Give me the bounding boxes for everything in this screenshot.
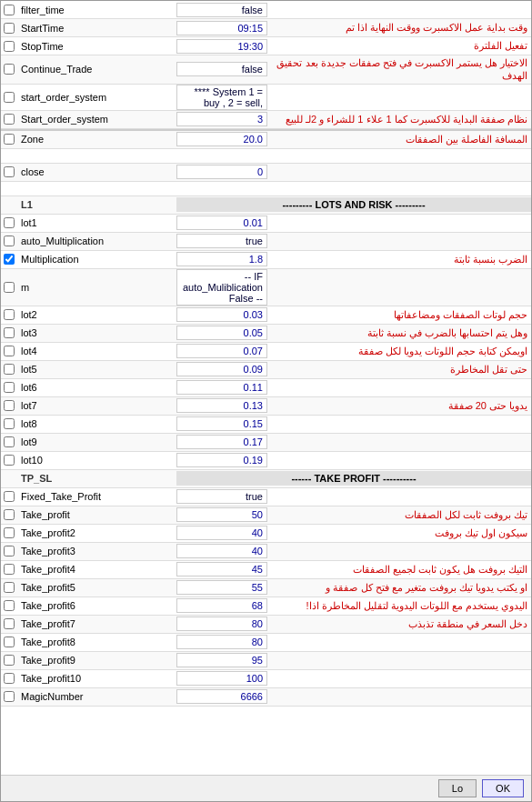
- row-checkbox[interactable]: [4, 166, 15, 177]
- row-checkbox[interactable]: [4, 346, 15, 356]
- param-value[interactable]: 0: [176, 165, 267, 179]
- row-checkbox-cell: [1, 308, 17, 321]
- param-value[interactable]: true: [176, 489, 267, 504]
- param-comment: [267, 677, 531, 679]
- param-value[interactable]: 0.17: [176, 435, 267, 449]
- param-value[interactable]: 45: [176, 562, 267, 576]
- row-checkbox[interactable]: [4, 509, 15, 520]
- row-checkbox[interactable]: [4, 114, 15, 125]
- table-row: Continue_Tradefalseالاختيار هل يستمر الا…: [1, 55, 531, 85]
- param-value[interactable]: 1.8: [176, 252, 267, 266]
- row-checkbox[interactable]: [4, 282, 15, 293]
- row-checkbox[interactable]: [4, 5, 15, 15]
- param-comment: [267, 240, 531, 242]
- row-checkbox[interactable]: [4, 309, 15, 320]
- param-value[interactable]: 50: [176, 507, 267, 522]
- row-checkbox[interactable]: [4, 637, 15, 647]
- param-comment: [267, 222, 531, 224]
- row-checkbox[interactable]: [4, 382, 15, 393]
- param-value[interactable]: 6666: [176, 689, 267, 704]
- param-comment: [267, 96, 531, 98]
- row-checkbox[interactable]: [4, 364, 15, 375]
- param-value[interactable]: 68: [176, 598, 267, 613]
- param-comment: اليدوي يستخدم مع اللوتات اليدوية لتقليل …: [267, 598, 531, 613]
- param-value[interactable]: 0.03: [176, 307, 267, 322]
- row-checkbox[interactable]: [4, 327, 15, 338]
- row-checkbox[interactable]: [4, 582, 15, 593]
- param-name: Take_profit3: [17, 545, 176, 557]
- param-value[interactable]: 0.11: [176, 380, 267, 395]
- param-value[interactable]: 3: [176, 112, 267, 126]
- param-value[interactable]: false: [176, 3, 267, 17]
- row-checkbox-cell: [1, 599, 17, 612]
- table-row: Take_profit445التيك بروفت هل يكون ثابت ل…: [1, 561, 531, 579]
- param-value[interactable]: 0.01: [176, 216, 267, 230]
- params-table: filter_timefalseStartTime09:15وقت بداية …: [1, 1, 531, 775]
- row-checkbox[interactable]: [4, 655, 15, 666]
- param-name: Take_profit6: [17, 599, 176, 612]
- param-comment: [267, 696, 531, 697]
- param-name: lot9: [17, 436, 176, 448]
- param-value[interactable]: **** System 1 = buy , 2 = sell,: [176, 85, 267, 110]
- row-checkbox-cell: [1, 654, 17, 667]
- lo-button[interactable]: Lo: [438, 779, 477, 797]
- ok-button[interactable]: OK: [482, 779, 524, 797]
- row-checkbox[interactable]: [4, 41, 15, 52]
- table-row: Take_profit10100: [1, 670, 531, 688]
- row-checkbox[interactable]: [4, 254, 15, 265]
- param-value[interactable]: 19:30: [176, 39, 267, 54]
- row-checkbox[interactable]: [4, 564, 15, 575]
- row-checkbox[interactable]: [4, 600, 15, 611]
- param-name: Take_profit: [17, 508, 176, 521]
- row-checkbox[interactable]: [4, 673, 15, 684]
- param-value[interactable]: 0.13: [176, 398, 267, 413]
- param-value[interactable]: 100: [176, 671, 267, 686]
- row-checkbox[interactable]: [4, 236, 15, 246]
- row-checkbox[interactable]: [4, 546, 15, 556]
- row-checkbox[interactable]: [4, 455, 15, 466]
- param-value[interactable]: 20.0: [176, 132, 267, 146]
- param-value[interactable]: 0.05: [176, 326, 267, 340]
- table-row: lot90.17: [1, 434, 531, 452]
- table-row: lot10.01: [1, 215, 531, 233]
- param-value[interactable]: 55: [176, 580, 267, 595]
- row-checkbox[interactable]: [4, 64, 15, 75]
- row-checkbox[interactable]: [4, 418, 15, 429]
- param-value[interactable]: false: [176, 62, 267, 76]
- table-row: lot20.03حجم لوتات الصفقات ومضاعفاتها: [1, 306, 531, 325]
- row-checkbox[interactable]: [4, 92, 15, 103]
- param-value[interactable]: 0.09: [176, 362, 267, 376]
- row-checkbox[interactable]: [4, 527, 15, 538]
- row-checkbox-cell: [1, 617, 17, 630]
- row-checkbox-cell: [1, 133, 17, 145]
- param-value[interactable]: 95: [176, 653, 267, 667]
- param-value[interactable]: 0.19: [176, 453, 267, 467]
- param-value[interactable]: 40: [176, 526, 267, 540]
- row-checkbox[interactable]: [4, 491, 15, 502]
- param-name: Continue_Trade: [17, 63, 176, 75]
- table-row: auto_Multiplicationtrue: [1, 233, 531, 251]
- table-row: StartTime09:15وقت بداية عمل الاكسبرت ووق…: [1, 19, 531, 37]
- row-checkbox[interactable]: [4, 23, 15, 34]
- param-value[interactable]: -- IF auto_Muliblication False --: [176, 269, 267, 306]
- param-value[interactable]: 0.07: [176, 344, 267, 358]
- row-checkbox[interactable]: [4, 400, 15, 411]
- row-checkbox[interactable]: [4, 436, 15, 447]
- param-value[interactable]: 0.15: [176, 416, 267, 431]
- row-checkbox[interactable]: [4, 217, 15, 228]
- row-checkbox[interactable]: [4, 134, 15, 145]
- param-comment: اويمكن كتابة حجم اللوتات يدويا لكل صفقة: [267, 344, 531, 358]
- param-value[interactable]: true: [176, 234, 267, 248]
- param-value[interactable]: 80: [176, 635, 267, 649]
- param-value[interactable]: 09:15: [176, 21, 267, 35]
- param-value[interactable]: 40: [176, 544, 267, 558]
- row-checkbox-cell: [1, 253, 17, 266]
- row-checkbox-cell: [1, 63, 17, 75]
- table-row: lot80.15: [1, 416, 531, 434]
- param-value[interactable]: 80: [176, 617, 267, 631]
- row-checkbox[interactable]: [4, 691, 15, 702]
- param-name: lot6: [17, 381, 176, 394]
- row-checkbox[interactable]: [4, 618, 15, 629]
- table-row: StopTime19:30تفعيل الفلترة: [1, 37, 531, 55]
- table-row: lot30.05وهل يتم احتسابها بالضرب في نسبة …: [1, 325, 531, 343]
